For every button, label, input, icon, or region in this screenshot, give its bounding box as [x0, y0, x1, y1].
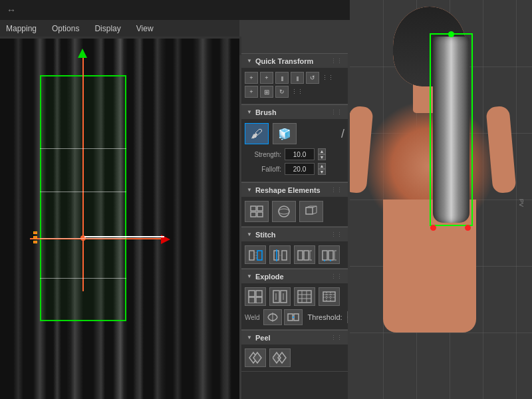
stitch-icon-3: [297, 248, 312, 261]
qt-btn-move-v[interactable]: +: [260, 72, 273, 84]
stitch-grip-icon: ⋮⋮: [331, 231, 342, 238]
qt-btn-rotate-ccw[interactable]: ↺: [306, 72, 319, 84]
svg-rect-21: [298, 251, 303, 260]
explode-header[interactable]: ▼ Explode ⋮⋮: [241, 269, 348, 283]
uv-grid-line-3: [40, 238, 126, 239]
menu-mapping[interactable]: Mapping: [3, 23, 39, 35]
falloff-value[interactable]: 20.0: [285, 163, 315, 175]
quick-transform-section: ▼ Quick Transform ⋮⋮ + + ||| ||| ↺ ⋮⋮ + …: [241, 53, 348, 104]
explode-icon-4: [322, 290, 336, 303]
explode-btn-3[interactable]: [294, 287, 315, 306]
hair-bottom-handle-left[interactable]: [430, 225, 436, 231]
falloff-spinner[interactable]: ▲ ▼: [318, 163, 326, 175]
reshape-btn-2[interactable]: [272, 201, 296, 222]
grid-v-5: [516, 0, 517, 399]
peel-btn-1[interactable]: [245, 348, 266, 367]
falloff-up[interactable]: ▲: [318, 163, 326, 169]
svg-rect-27: [334, 251, 336, 260]
brush-paint-button[interactable]: 🖌: [245, 123, 269, 144]
uv-handle-dot-1[interactable]: [33, 231, 37, 234]
brush-header[interactable]: ▼ Brush ⋮⋮: [241, 104, 348, 119]
stitch-btn-4[interactable]: [319, 245, 340, 264]
reshape-btn-1[interactable]: [245, 201, 269, 222]
reshape-tools-row: [245, 201, 344, 222]
falloff-down[interactable]: ▼: [318, 169, 326, 175]
qt-dots-right2: ⋮⋮: [291, 86, 304, 98]
stitch-header[interactable]: ▼ Stitch ⋮⋮: [241, 227, 348, 241]
falloff-row: Falloff: 20.0 ▲ ▼: [245, 163, 344, 175]
explode-title: Explode: [255, 273, 284, 281]
qt-btn-plus1[interactable]: +: [245, 86, 258, 98]
quick-transform-body: + + ||| ||| ↺ ⋮⋮ + ⊞ ↻ ⋮⋮: [241, 68, 348, 104]
explode-body: Weld: [241, 283, 348, 329]
svg-rect-25: [323, 251, 327, 260]
brush-tools-row: 🖌 🧊 /: [245, 123, 344, 144]
menu-bar: Mapping Options Display View: [0, 20, 239, 37]
menu-display[interactable]: Display: [92, 23, 123, 35]
svg-rect-43: [323, 292, 335, 301]
peel-btn-2[interactable]: [269, 348, 291, 367]
qt-btn-align-v2[interactable]: |||: [291, 72, 304, 84]
brush-title: Brush: [255, 108, 277, 116]
uv-handle-dot-3[interactable]: [33, 241, 37, 243]
brush-paint-icon: 🖌: [251, 127, 263, 141]
brush-line-icon: /: [341, 127, 344, 141]
threshold-value[interactable]: 0.01: [347, 311, 348, 323]
weld-btn-2[interactable]: [284, 309, 303, 325]
uv-arrow-up[interactable]: [78, 49, 87, 58]
tool-panel: ▼ Quick Transform ⋮⋮ + + ||| ||| ↺ ⋮⋮ + …: [241, 53, 348, 399]
axis-label: PV: [518, 199, 525, 207]
brush-arrow-icon: ▼: [247, 109, 252, 115]
menu-options[interactable]: Options: [49, 23, 82, 35]
uv-canvas: [0, 39, 239, 399]
strength-up[interactable]: ▲: [318, 148, 326, 154]
brush-grip-icon: ⋮⋮: [331, 109, 342, 116]
svg-rect-18: [282, 251, 287, 260]
falloff-label: Falloff:: [245, 166, 281, 173]
brush-cube-button[interactable]: 🧊: [273, 123, 297, 144]
weld-icon-1: [266, 311, 279, 323]
peel-icon-2: [273, 351, 287, 364]
reshape-arrow-icon: ▼: [247, 187, 252, 193]
explode-btn-2[interactable]: [269, 287, 291, 306]
qt-btn-align-v[interactable]: |||: [275, 72, 289, 84]
svg-rect-33: [256, 297, 262, 303]
stitch-icon-4: [322, 248, 336, 261]
weld-btn-1[interactable]: [263, 309, 282, 325]
peel-icon-1: [248, 351, 263, 364]
svg-point-4: [279, 206, 289, 217]
svg-rect-6: [306, 207, 313, 214]
strength-spinner[interactable]: ▲ ▼: [318, 148, 326, 160]
explode-icon-1: [248, 290, 263, 303]
uv-handle-dot-2[interactable]: [33, 236, 37, 239]
svg-rect-26: [329, 251, 333, 260]
stitch-btn-2[interactable]: [269, 245, 291, 264]
strength-row: Strength: 10.0 ▲ ▼: [245, 148, 344, 160]
stitch-btn-3[interactable]: [294, 245, 315, 264]
uv-vertical-handle: [82, 52, 84, 291]
qt-btn-grid[interactable]: ⊞: [260, 86, 273, 98]
threshold-label: Threshold:: [308, 313, 342, 321]
explode-btn-4[interactable]: [319, 287, 340, 306]
stitch-section: ▼ Stitch ⋮⋮: [241, 227, 348, 269]
qt-btn-move-h[interactable]: +: [245, 72, 258, 84]
peel-header[interactable]: ▼ Peel ⋮⋮: [241, 330, 348, 344]
reshape-btn-3[interactable]: [299, 201, 323, 222]
svg-rect-12: [249, 251, 254, 260]
svg-rect-1: [257, 206, 263, 211]
peel-grip-icon: ⋮⋮: [331, 334, 342, 341]
reshape-header[interactable]: ▼ Reshape Elements ⋮⋮: [241, 182, 348, 197]
svg-rect-3: [257, 212, 263, 217]
hair-top-handle[interactable]: [448, 31, 454, 37]
strength-value[interactable]: 10.0: [285, 148, 315, 160]
stitch-title: Stitch: [255, 231, 276, 239]
quick-transform-header[interactable]: ▼ Quick Transform ⋮⋮: [241, 53, 348, 68]
menu-view[interactable]: View: [134, 23, 156, 35]
stitch-btn-1[interactable]: [245, 245, 266, 264]
qt-dots-right: ⋮⋮: [321, 72, 334, 84]
strength-down[interactable]: ▼: [318, 154, 326, 160]
explode-btn-1[interactable]: [245, 287, 266, 306]
stitch-tools-row: [245, 245, 344, 264]
qt-btn-rotate-cw[interactable]: ↻: [275, 86, 289, 98]
hair-bottom-handle-right[interactable]: [465, 225, 471, 231]
